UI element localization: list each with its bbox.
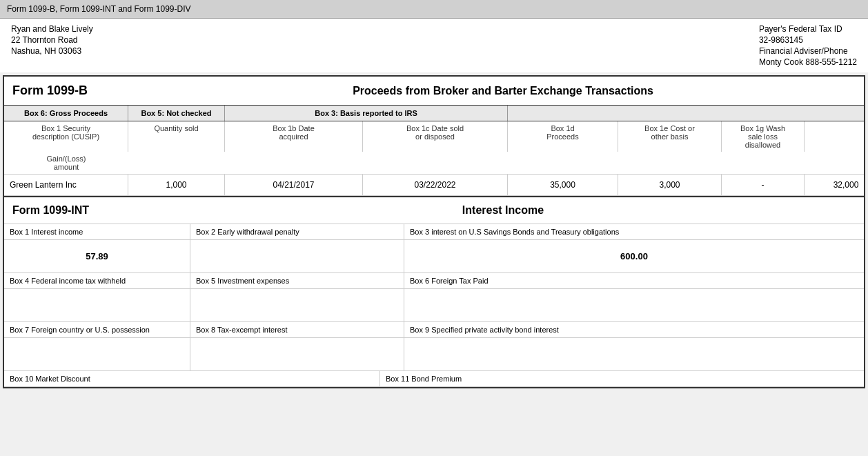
int-label-box3: Box 3 interest on U.S Savings Bonds and … [404, 224, 864, 239]
sub-header-gain: Gain/(Loss)amount [4, 152, 128, 174]
int-label-box5: Box 5 Investment expenses [190, 273, 404, 288]
main-content: Form 1099-B Proceeds from Broker and Bar… [3, 75, 865, 388]
header-right: Payer's Federal Tax ID 32-9863145 Financ… [759, 24, 857, 67]
taxpayer-name: Ryan and Blake Lively [11, 24, 93, 34]
int-row2-values [4, 289, 864, 322]
form-1099int-title: Form 1099-INT [12, 204, 150, 217]
form-1099int-subtitle: Interest Income [150, 204, 856, 217]
int-label-box8: Box 8 Tax-excempt interest [190, 322, 404, 337]
sub-header-date-sold: Box 1c Date soldor disposed [363, 121, 508, 152]
form-1099int-header: Form 1099-INT Interest Income [4, 196, 864, 224]
int-value-box1: 57.89 [4, 240, 190, 272]
int-label-box10: Box 10 Market Discount [4, 371, 380, 386]
form-1099b-header: Form 1099-B Proceeds from Broker and Bar… [4, 77, 864, 106]
int-value-box8 [190, 338, 404, 370]
int-label-box4: Box 4 Federal income tax withheld [4, 273, 190, 288]
data-security: Green Lantern Inc [4, 175, 128, 195]
taxpayer-address1: 22 Thornton Road [11, 35, 93, 45]
sub-header-wash: Box 1g Washsale lossdisallowed [722, 121, 805, 152]
sub-headers-row: Box 1 Securitydescription (CUSIP) Quanti… [4, 121, 864, 175]
sub-header-quantity: Quantity sold [128, 121, 225, 152]
form-1099b-title: Form 1099-B [12, 83, 150, 98]
int-value-box3: 600.00 [404, 240, 864, 272]
int-row4-labels: Box 10 Market Discount Box 11 Bond Premi… [4, 371, 864, 387]
int-label-box6: Box 6 Foreign Tax Paid [404, 273, 864, 288]
advisor-label: Financial Adviser/Phone [759, 46, 857, 56]
int-label-box1: Box 1 Interest income [4, 224, 190, 239]
col-header-gain-loss [508, 106, 763, 121]
sub-header-cost: Box 1e Cost orother basis [618, 121, 722, 152]
data-row: Green Lantern Inc 1,000 04/21/2017 03/22… [4, 175, 864, 196]
payer-id-label: Payer's Federal Tax ID [759, 24, 857, 34]
int-row1-values: 57.89 600.00 [4, 240, 864, 273]
title-bar: Form 1099-B, Form 1099-INT and Form 1099… [0, 0, 868, 19]
data-proceeds: 35,000 [508, 175, 618, 195]
sub-header-date-acq: Box 1b Dateacquired [225, 121, 363, 152]
data-gain: 32,000 [805, 175, 868, 195]
int-label-box7: Box 7 Foreign country or U.S. possession [4, 322, 190, 337]
data-date-sold: 03/22/2022 [363, 175, 508, 195]
int-row3-labels: Box 7 Foreign country or U.S. possession… [4, 322, 864, 338]
int-value-box5 [190, 289, 404, 321]
int-value-box9 [404, 338, 864, 370]
int-label-box11: Box 11 Bond Premium [380, 371, 864, 386]
col-headers: Box 6: Gross Proceeds Box 5: Not checked… [4, 106, 864, 121]
int-value-box6 [404, 289, 864, 321]
sub-header-security: Box 1 Securitydescription (CUSIP) [4, 121, 128, 152]
sub-header-proceeds: Box 1dProceeds [508, 121, 618, 152]
int-value-box4 [4, 289, 190, 321]
header-section: Ryan and Blake Lively 22 Thornton Road N… [0, 19, 868, 72]
taxpayer-address2: Nashua, NH 03063 [11, 46, 93, 56]
int-label-box2: Box 2 Early withdrawal penalty [190, 224, 404, 239]
col-header-basis: Box 3: Basis reported to IRS [225, 106, 508, 121]
form-1099b-subtitle: Proceeds from Broker and Barter Exchange… [150, 85, 856, 97]
int-value-box7 [4, 338, 190, 370]
int-row3-values [4, 338, 864, 371]
col-header-not-checked: Box 5: Not checked [128, 106, 225, 121]
data-quantity: 1,000 [128, 175, 225, 195]
data-wash: - [722, 175, 805, 195]
int-row2-labels: Box 4 Federal income tax withheld Box 5 … [4, 273, 864, 289]
data-cost: 3,000 [618, 175, 722, 195]
header-left: Ryan and Blake Lively 22 Thornton Road N… [11, 24, 93, 67]
int-row1-labels: Box 1 Interest income Box 2 Early withdr… [4, 224, 864, 240]
int-value-box2 [190, 240, 404, 272]
col-header-gross: Box 6: Gross Proceeds [4, 106, 128, 121]
data-date-acq: 04/21/2017 [225, 175, 363, 195]
payer-id-value: 32-9863145 [759, 35, 857, 45]
title-text: Form 1099-B, Form 1099-INT and Form 1099… [7, 4, 191, 14]
int-label-box9: Box 9 Specified private activity bond in… [404, 322, 864, 337]
advisor-name: Monty Cook 888-555-1212 [759, 57, 857, 67]
